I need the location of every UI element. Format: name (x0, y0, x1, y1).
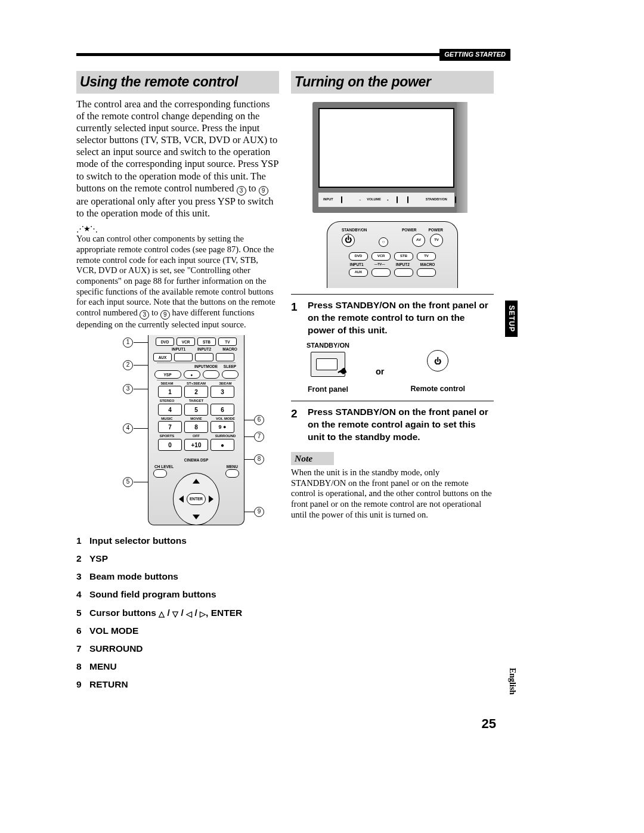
callout-line-9 (244, 512, 254, 512)
header-rule (76, 53, 496, 56)
btn-aux: AUX (153, 353, 172, 361)
tv-monitor-figure: INPUT –VOLUME+ STANDBY/ON (312, 102, 467, 213)
tv-lbl-input: INPUT (323, 197, 333, 202)
list-item-9: RETURN (89, 676, 128, 693)
callout-line-7 (244, 436, 254, 437)
callout-line-2 (134, 365, 148, 366)
circle-3-inline: 3 (237, 186, 246, 196)
circle-3-inline-2: 3 (140, 310, 149, 320)
rt-btn-tv: TV (430, 234, 443, 247)
callout-4: 4 (123, 423, 133, 433)
lbl-stereo: STEREO (155, 399, 179, 404)
dpad-left-icon (179, 496, 184, 503)
tip-icon: ⋰★⋱ (76, 224, 279, 234)
lbl-input1: INPUT1 (169, 347, 188, 352)
btn-stb: STB (197, 337, 216, 346)
callout-line-8 (244, 459, 254, 460)
page-number: 25 (482, 716, 496, 732)
list-item-1: Input selector buttons (89, 532, 187, 550)
btn-0: 0 (158, 439, 182, 451)
right-section-title: Turning on the power (291, 71, 494, 94)
step-2-text: Press STANDBY/ON on the front panel or o… (308, 406, 494, 444)
tv-input-btn (341, 196, 342, 203)
step-1-text: Press STANDBY/ON on the front panel or o… (308, 299, 494, 337)
btn-tv: TV (218, 337, 237, 346)
btn-inputmode (203, 370, 219, 379)
lbl-surround: SURROUND (213, 434, 237, 439)
right-column: Turning on the power INPUT –VOLUME+ STAN… (291, 71, 494, 525)
btn-5: 5 (184, 404, 208, 416)
callout-5: 5 (123, 477, 133, 487)
rt-led: ○ (379, 237, 388, 247)
rt-lbl-i1: INPUT1 (350, 262, 364, 267)
btn-menu (225, 469, 239, 478)
btn-plus10: +10 (184, 439, 208, 451)
list-num-4: 4 (76, 586, 89, 603)
btn-chlevel (153, 469, 167, 478)
btn-9: 9 ● (210, 421, 234, 433)
btn-6: 6 (210, 404, 234, 416)
btn-rec: ● (184, 370, 200, 379)
callout-2: 2 (123, 360, 133, 370)
lbl-off: OFF (184, 434, 208, 439)
list-item-5: Cursor buttons △ / ▽ / ◁ / ▷, ENTER (89, 604, 242, 622)
list-num-3: 3 (76, 568, 89, 586)
fig-power-button (427, 350, 448, 371)
left-body: The control area and the corresponding f… (76, 98, 279, 219)
btn-dot: ● (210, 439, 234, 451)
rt-stb: STB (394, 252, 413, 261)
lbl-inputmode: INPUTMODE (194, 364, 215, 369)
callout-6: 6 (254, 415, 264, 425)
rt-b2 (394, 268, 413, 277)
btn-enter: ENTER (187, 493, 206, 505)
rt-btn-av: AV (412, 234, 425, 247)
btn-vcr: VCR (177, 337, 195, 346)
lbl-music: MUSIC (155, 417, 179, 422)
fig-standby-label: STANDBY/ON (306, 342, 349, 350)
tv-vol-up (407, 196, 408, 203)
btn-dvd: DVD (156, 337, 174, 346)
btn-7: 7 (158, 421, 182, 433)
step-2-num: 2 (291, 406, 308, 444)
callout-list: 1Input selector buttons 2YSP 3Beam mode … (76, 532, 279, 694)
tv-standby-btn (455, 196, 456, 203)
fig-remote-label: Remote control (410, 385, 465, 394)
remote-body: DVDVCRSTBTV INPUT1INPUT2MACRO AUX INPUTM… (148, 335, 244, 525)
list-item-2: YSP (89, 550, 108, 568)
btn-4: 4 (158, 404, 182, 416)
callout-3: 3 (123, 384, 133, 394)
btn-3: 3 (210, 386, 234, 398)
step-2: 2 Press STANDBY/ON on the front panel or… (291, 406, 494, 444)
list-num-9: 9 (76, 676, 89, 693)
list-num-8: 8 (76, 658, 89, 676)
lbl-sleep: SLEEP (221, 364, 239, 369)
tv-vol-down (397, 196, 398, 203)
side-lang: English (507, 668, 518, 695)
callout-line-4 (134, 428, 148, 429)
circle-9-inline-2: 9 (160, 310, 170, 320)
side-tab-setup: SETUP (505, 301, 518, 337)
list-item-4: Sound field program buttons (89, 586, 216, 603)
lbl-menu: MENU (227, 465, 238, 469)
dpad-up-icon (193, 479, 200, 484)
callout-9: 9 (254, 507, 264, 517)
rule-1 (291, 294, 494, 295)
tv-lbl-standby: STANDBY/ON (426, 197, 447, 202)
btn-blank1 (174, 353, 193, 361)
lbl-volmode: VOL MODE (213, 417, 237, 422)
left-tip: You can control other components by sett… (76, 234, 279, 330)
lbl-sports: SPORTS (155, 434, 179, 439)
list-item-6: VOL MODE (89, 622, 138, 640)
callout-7: 7 (254, 432, 264, 442)
section-chip: GETTING STARTED (439, 49, 510, 61)
rt-lbl-power1: POWER (402, 228, 417, 233)
rt-b3 (417, 268, 436, 277)
step-1: 1 Press STANDBY/ON on the front panel or… (291, 299, 494, 337)
list-num-7: 7 (76, 640, 89, 658)
power-icon (345, 236, 352, 244)
lbl-st3beam: ST+3BEAM (184, 382, 208, 386)
note-title: Note (291, 452, 334, 465)
power-icon-2 (434, 354, 441, 367)
rt-vcr: VCR (371, 252, 391, 261)
step-1-num: 1 (291, 299, 308, 337)
